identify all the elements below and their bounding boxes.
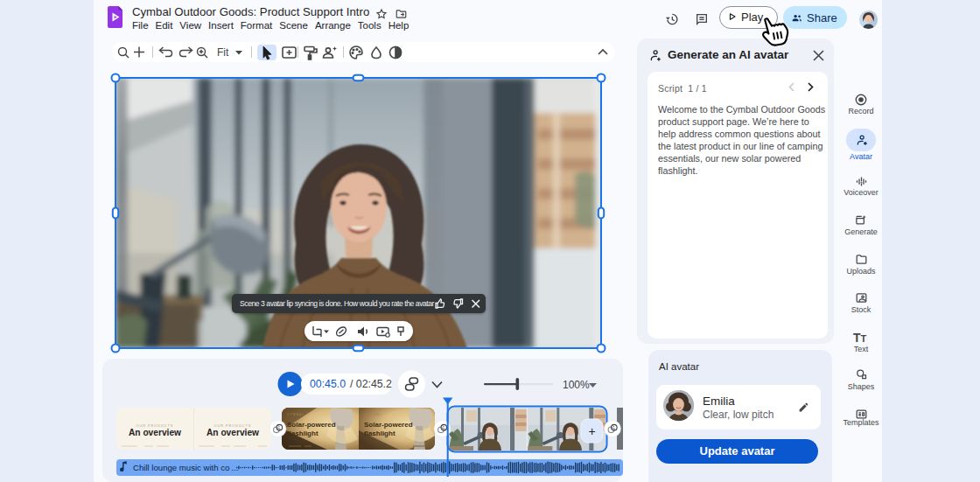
svg-text:CYMBAL: CYMBAL [364,413,382,416]
svg-text:An overview: An overview [206,428,259,437]
svg-text:+: + [588,424,595,438]
svg-text:Fit: Fit [217,46,229,59]
svg-text:OUR PRODUCTS: OUR PRODUCTS [136,424,174,428]
svg-text:Solar-powered: Solar-powered [287,421,336,429]
svg-text:100%: 100% [563,379,590,391]
svg-text:Solar-powered: Solar-powered [364,421,413,429]
svg-text:OUR PRODUCTS: OUR PRODUCTS [214,424,252,428]
svg-text:CYMBAL: CYMBAL [287,413,304,416]
svg-text:/ 02:45.2: / 02:45.2 [350,378,392,390]
svg-text:flashlight: flashlight [364,430,396,437]
svg-text:An overview: An overview [129,428,181,437]
svg-text:00:45.0: 00:45.0 [310,378,346,390]
svg-text:flashlight: flashlight [287,430,318,437]
svg-text:Chill lounge music with co ...: Chill lounge music with co ... [133,463,238,472]
